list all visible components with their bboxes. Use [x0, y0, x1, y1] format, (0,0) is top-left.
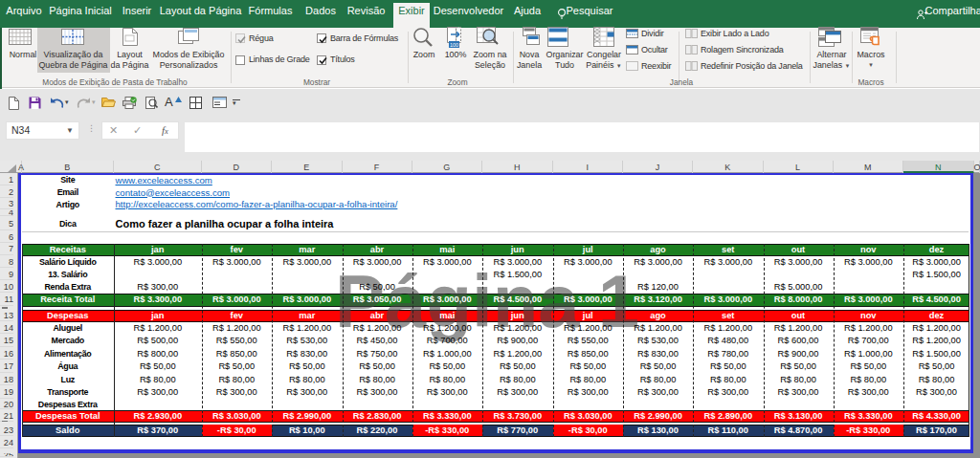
- svg-text:100: 100: [450, 42, 458, 48]
